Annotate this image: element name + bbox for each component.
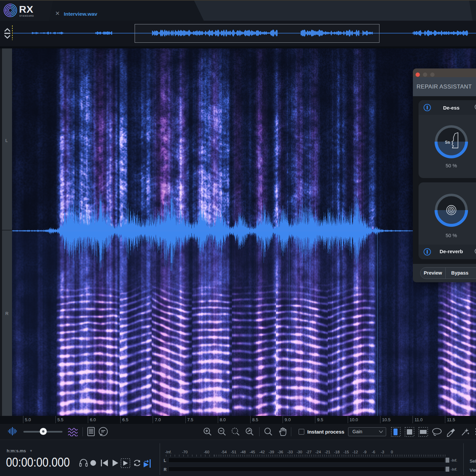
svg-text:Ss: Ss bbox=[445, 140, 450, 145]
